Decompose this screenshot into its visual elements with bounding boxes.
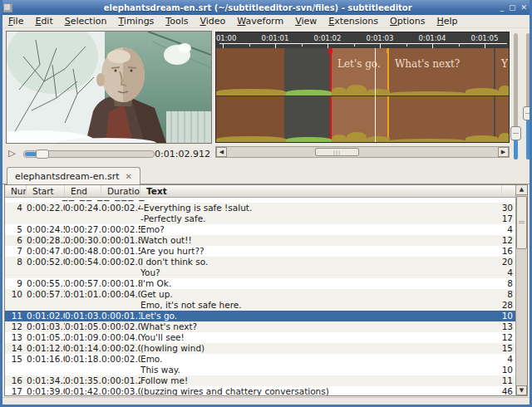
scroll-right-icon[interactable]: ▶ xyxy=(498,147,509,157)
table-row[interactable]: 130:01:05.2080:01:09.2080:00:04.000You'l… xyxy=(5,332,515,343)
char-count-line: 11 xyxy=(490,375,513,386)
cell-char-count: 12 xyxy=(490,235,515,246)
video-preview[interactable] xyxy=(6,31,212,144)
text-line: (buzzing wires and chattery conversation… xyxy=(140,386,490,395)
cell-char-count: 828 xyxy=(490,289,515,311)
table-row[interactable]: 90:00:55.1670:00:57.0420:00:01.875I'm Ok… xyxy=(5,278,515,289)
column-header-num[interactable]: Num xyxy=(5,185,27,197)
vscroll-thumb[interactable] xyxy=(516,196,527,249)
audio-waveform xyxy=(466,135,499,143)
menu-selection[interactable]: Selection xyxy=(59,16,113,27)
menu-file[interactable]: File xyxy=(2,16,29,27)
cell-text: Emo? xyxy=(140,224,490,235)
column-header-text[interactable]: Text xyxy=(140,185,502,197)
play-button[interactable]: ▷ xyxy=(6,147,18,160)
cell-start: 0:00:28.208 xyxy=(27,235,65,246)
table-row[interactable]: 120:01:03.1670:01:05.1670:00:02.000What'… xyxy=(5,321,515,332)
table-vscrollbar[interactable]: ▲ ▼ xyxy=(515,185,527,395)
cell-start: 0:01:03.167 xyxy=(27,321,65,332)
hscroll-thumb[interactable]: ||| xyxy=(315,148,359,156)
table-row[interactable]: 50:00:24.5830:00:27.0830:00:02.500Emo?4 xyxy=(5,224,515,235)
menu-view[interactable]: View xyxy=(289,16,323,27)
tab-label: elephantsdream-en.srt xyxy=(15,171,120,182)
channel-separator xyxy=(216,96,510,96)
char-count-line: 4 xyxy=(490,354,513,365)
cell-duration: 0:00:03.000 xyxy=(101,386,140,395)
title-bar[interactable]: elephantsdream-en.srt (~/subtitleeditor-… xyxy=(0,0,532,15)
window-icon xyxy=(3,3,12,12)
cell-text: I'm Ok. xyxy=(140,278,490,289)
char-count-line: 28 xyxy=(490,300,513,311)
menu-extensions[interactable]: Extensions xyxy=(323,16,384,27)
waveform-hscrollbar[interactable]: ◀ ||| ▶ xyxy=(215,146,510,158)
menu-edit[interactable]: Edit xyxy=(29,16,58,27)
char-count-line: 20 xyxy=(490,257,513,267)
menu-bar: FileEditSelectionTimingsToolsVideoWavefo… xyxy=(2,15,530,28)
table-row[interactable]: 80:00:52.0000:00:54.0000:00:02.000I don'… xyxy=(5,257,515,278)
table-row[interactable]: 170:01:39.0000:01:42.0000:00:03.000(buzz… xyxy=(5,386,515,395)
menu-waveform[interactable]: Waveform xyxy=(231,16,289,27)
table-row[interactable]: 150:01:16.0420:01:18.0830:00:02.041Emo.T… xyxy=(5,354,515,375)
text-line: Let's go. xyxy=(140,311,490,321)
table-row[interactable]: 70:00:47.0420:00:48.5420:00:01.500Are yo… xyxy=(5,246,515,257)
waveform-ruler[interactable]: 0:01:000:01:010:01:020:01:030:01:040:01:… xyxy=(215,32,510,48)
cell-duration: 0:00:02.000 xyxy=(101,321,140,332)
menu-options[interactable]: Options xyxy=(384,16,431,27)
column-header-end[interactable]: End xyxy=(65,185,101,197)
cell-text: Are you hurt?? xyxy=(140,246,490,257)
scroll-down-icon[interactable]: ▼ xyxy=(516,385,527,395)
table-row[interactable]: 100:00:57.1250:01:01.1670:00:04.042Get u… xyxy=(5,289,515,311)
table-row[interactable]: 140:01:12.0000:01:14.0000:00:02.000(howl… xyxy=(5,343,515,354)
menu-timings[interactable]: Timings xyxy=(112,16,160,27)
menu-help[interactable]: Help xyxy=(431,16,464,27)
scale-slider-handle[interactable] xyxy=(523,106,532,120)
scroll-left-icon[interactable]: ◀ xyxy=(216,147,227,157)
close-button[interactable]: ✕ xyxy=(520,3,527,12)
playhead-line xyxy=(375,48,376,143)
cell-text: You'll see! xyxy=(140,332,490,343)
waveform-scale-slider[interactable] xyxy=(526,33,530,159)
tab-elephantsdream[interactable]: elephantsdream-en.srt ✕ xyxy=(7,167,140,184)
subtitleeditor-window: elephantsdream-en.srt (~/subtitleeditor-… xyxy=(0,0,532,407)
table-header[interactable]: NumStartEndDurationText xyxy=(5,185,527,198)
text-line: I'm Ok. xyxy=(140,278,490,289)
audio-waveform xyxy=(332,87,347,96)
text-line: Are you hurt?? xyxy=(140,246,490,257)
minimize-button[interactable]: _ xyxy=(500,3,504,12)
menu-video[interactable]: Video xyxy=(194,16,231,27)
column-header-duration[interactable]: Duration xyxy=(101,185,140,197)
table-row[interactable]: 160:01:34.2500:01:35.5420:00:01.292Follo… xyxy=(5,375,515,386)
maximize-button[interactable]: ▢ xyxy=(509,3,516,12)
cell-end: 0:00:30.042 xyxy=(65,235,101,246)
ruler-label: 0:01:00 xyxy=(215,34,236,42)
region-label: What's next? xyxy=(395,58,460,70)
char-count-line: 4 xyxy=(490,224,513,235)
zoom-slider-handle[interactable] xyxy=(510,126,521,140)
cell-num: 10 xyxy=(5,289,27,300)
ruler-label: 0:01:01 xyxy=(262,34,289,42)
cell-char-count: 8 xyxy=(490,278,515,289)
text-line: -Everything is safe !salut. xyxy=(140,203,490,213)
tab-close-icon[interactable]: ✕ xyxy=(126,172,132,181)
menu-tools[interactable]: Tools xyxy=(160,16,194,27)
table-row[interactable]: 40:00:22.0000:00:24.4170:00:02.417-Every… xyxy=(5,203,515,224)
seek-handle[interactable] xyxy=(36,150,49,159)
ruler-tick xyxy=(302,44,303,47)
table-row[interactable]: 110:01:02.0420:01:03.1670:00:01.125Let's… xyxy=(5,311,515,321)
waveform-view[interactable]: Let's go.What's next?Y xyxy=(215,48,510,143)
seek-slider[interactable] xyxy=(23,150,155,158)
table-row[interactable]: 60:00:28.2080:00:30.0420:00:01.834Watch … xyxy=(5,235,515,246)
column-header-start[interactable]: Start xyxy=(27,185,65,197)
text-line: Emo. xyxy=(140,354,490,365)
text-line: I don't think so. xyxy=(140,257,490,267)
text-line: What's next? xyxy=(140,321,490,332)
waveform-zoom-slider[interactable] xyxy=(514,33,518,159)
text-line: This way. xyxy=(140,365,490,375)
player-controls: ▷ 0:01:02.912 xyxy=(6,146,212,161)
cell-text: What's next? xyxy=(140,321,490,332)
audio-waveform xyxy=(466,88,499,96)
scroll-up-icon[interactable]: ▲ xyxy=(516,185,527,195)
audio-waveform xyxy=(332,135,347,143)
cell-start: 0:00:47.042 xyxy=(27,246,65,257)
cell-end: 0:01:01.167 xyxy=(65,289,101,300)
